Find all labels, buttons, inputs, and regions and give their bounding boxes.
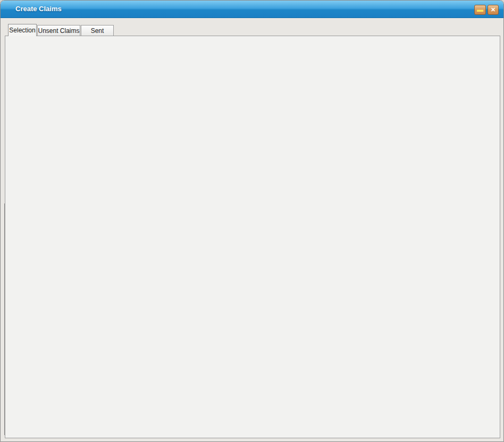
close-icon: ✕ — [491, 6, 495, 13]
selection-tab-page — [5, 36, 500, 438]
minimize-button[interactable]: ▬ — [474, 5, 486, 15]
tab-selection[interactable]: Selection — [8, 24, 37, 36]
minimize-icon: ▬ — [477, 6, 483, 13]
tab-unsent-claims[interactable]: Unsent Claims — [37, 25, 80, 36]
close-button[interactable]: ✕ — [488, 5, 499, 15]
tab-sent-claims[interactable]: Sent Claims — [81, 25, 114, 36]
title-bar[interactable]: Create Claims ▬ ✕ — [1, 1, 504, 18]
window-title: Create Claims — [15, 1, 62, 18]
create-claims-window: Create Claims ▬ ✕ Selection Unsent Claim… — [0, 0, 504, 442]
